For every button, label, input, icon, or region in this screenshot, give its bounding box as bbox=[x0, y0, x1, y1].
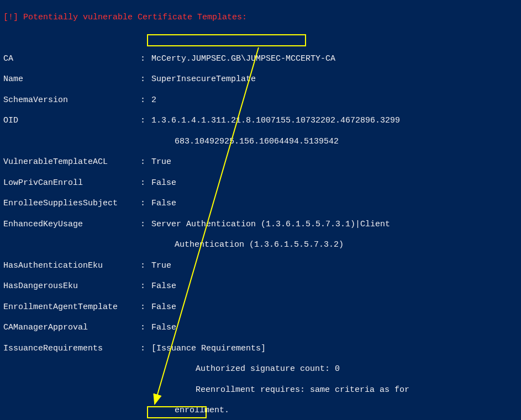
row-oid: OID: 1.3.6.1.4.1.311.21.8.1007155.107322… bbox=[3, 116, 518, 126]
colon: : bbox=[140, 75, 151, 85]
key-schema: SchemaVersion bbox=[3, 95, 140, 106]
key-name: Name bbox=[3, 75, 140, 85]
colon: : bbox=[140, 220, 151, 230]
row-name: Name: SuperInsecureTemplate bbox=[3, 75, 518, 85]
key-hasdang: HasDangerousEku bbox=[3, 281, 140, 292]
row-ireq: IssuanceRequirements: [Issuance Requirem… bbox=[3, 344, 518, 354]
val-ireq4: enrollment. bbox=[3, 406, 518, 416]
colon: : bbox=[140, 116, 151, 126]
val-oid1: 1.3.6.1.4.1.311.21.8.1007155.10732202.46… bbox=[151, 116, 400, 126]
val-ca: McCerty.JUMPSEC.GB\JUMPSEC-MCCERTY-CA bbox=[151, 54, 335, 65]
key-lowpriv: LowPrivCanEnroll bbox=[3, 178, 140, 189]
key-hasauth: HasAuthenticationEku bbox=[3, 261, 140, 272]
row-eat: EnrollmentAgentTemplate: False bbox=[3, 302, 518, 313]
val-ess: False bbox=[151, 199, 176, 209]
key-ca: CA bbox=[3, 54, 140, 65]
key-camgr: CAManagerApproval bbox=[3, 323, 140, 333]
row-vtacl: VulnerableTemplateACL: True bbox=[3, 157, 518, 168]
val-name: SuperInsecureTemplate bbox=[151, 75, 256, 85]
colon: : bbox=[140, 199, 151, 209]
key-oid: OID bbox=[3, 116, 140, 126]
row-ess: EnrolleeSuppliesSubject: False bbox=[3, 199, 518, 209]
colon: : bbox=[140, 323, 151, 333]
colon: : bbox=[140, 95, 151, 106]
colon: : bbox=[140, 344, 151, 354]
val-eat: False bbox=[151, 302, 176, 313]
blank-line bbox=[3, 33, 518, 44]
terminal-output: [!] Potentially vulnerable Certificate T… bbox=[0, 0, 521, 420]
val-vtacl: True bbox=[151, 157, 171, 168]
key-eat: EnrollmentAgentTemplate bbox=[3, 302, 140, 313]
colon: : bbox=[140, 281, 151, 292]
colon: : bbox=[140, 157, 151, 168]
colon: : bbox=[140, 54, 151, 65]
val-ireq3: Reenrollment requires: same criteria as … bbox=[3, 385, 518, 396]
val-hasdang: False bbox=[151, 281, 176, 292]
key-vtacl: VulnerableTemplateACL bbox=[3, 157, 140, 168]
key-eku: EnhancedKeyUsage bbox=[3, 220, 140, 230]
row-hasauth: HasAuthenticationEku: True bbox=[3, 261, 518, 272]
val-ireq1: [Issuance Requirements] bbox=[151, 344, 266, 354]
key-ess: EnrolleeSuppliesSubject bbox=[3, 199, 140, 209]
row-schema: SchemaVersion: 2 bbox=[3, 95, 518, 106]
val-schema: 2 bbox=[151, 95, 156, 106]
row-camgr: CAManagerApproval: False bbox=[3, 323, 518, 333]
val-oid2: 683.10492925.156.16064494.5139542 bbox=[3, 137, 518, 147]
val-lowpriv: False bbox=[151, 178, 176, 189]
val-eku1: Server Authentication (1.3.6.1.5.5.7.3.1… bbox=[151, 220, 390, 230]
key-ireq: IssuanceRequirements bbox=[3, 344, 140, 354]
row-lowpriv: LowPrivCanEnroll: False bbox=[3, 178, 518, 189]
colon: : bbox=[140, 261, 151, 272]
val-ireq2: Authorized signature count: 0 bbox=[3, 364, 518, 375]
colon: : bbox=[140, 302, 151, 313]
row-hasdang: HasDangerousEku: False bbox=[3, 281, 518, 292]
val-eku2: Authentication (1.3.6.1.5.5.7.3.2) bbox=[3, 240, 518, 251]
val-hasauth: True bbox=[151, 261, 171, 272]
row-ca: CA: McCerty.JUMPSEC.GB\JUMPSEC-MCCERTY-C… bbox=[3, 54, 518, 65]
row-eku: EnhancedKeyUsage: Server Authentication … bbox=[3, 220, 518, 230]
colon: : bbox=[140, 178, 151, 189]
warning-header: [!] Potentially vulnerable Certificate T… bbox=[3, 13, 518, 23]
val-camgr: False bbox=[151, 323, 176, 333]
